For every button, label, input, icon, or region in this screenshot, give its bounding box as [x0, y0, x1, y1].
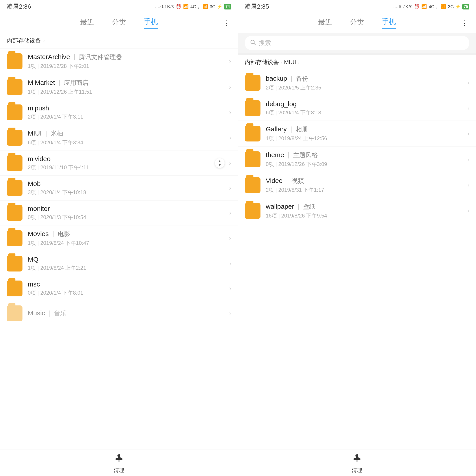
folder-icon-video	[245, 177, 260, 193]
left-tab-category[interactable]: 分类	[112, 17, 126, 29]
folder-name-mob: Mob	[28, 180, 229, 187]
chevron-icon: ›	[229, 310, 231, 317]
folder-icon-debug-log	[245, 100, 260, 116]
folder-meta-monitor: 0项 | 2020/1/3 下午10:54	[28, 214, 229, 221]
folder-name-mq: MQ	[28, 256, 229, 263]
folder-item-mimarket[interactable]: MiMarket | 应用商店 1项 | 2019/12/26 上午11:51 …	[0, 74, 238, 100]
chevron-icon: ›	[467, 207, 469, 214]
right-tab-recent[interactable]: 最近	[318, 17, 332, 29]
svg-rect-1	[117, 454, 120, 459]
folder-info-mob: Mob 3项 | 2020/1/4 下午10:18	[28, 180, 229, 196]
chevron-icon: ›	[229, 185, 231, 191]
right-bc-arrow2: ›	[298, 60, 300, 65]
folder-item-mq[interactable]: MQ 1项 | 2019/8/24 上午2:21 ›	[0, 251, 238, 276]
folder-item-music[interactable]: Music | 音乐 ›	[0, 301, 238, 326]
folder-icon-msc	[7, 281, 22, 296]
folder-name-monitor: monitor	[28, 205, 229, 212]
right-search-bar: 搜索	[238, 33, 476, 53]
folder-meta-mivideo: 2项 | 2019/11/10 下午4:11	[28, 164, 229, 171]
right-signal-icon: ⏰	[414, 4, 420, 9]
search-icon	[250, 39, 256, 47]
folder-item-backup[interactable]: backup | 备份 2项 | 2020/1/5 上午2:35 ›	[238, 70, 476, 96]
folder-icon-mivideo	[7, 155, 22, 171]
svg-rect-6	[355, 454, 358, 459]
folder-info-backup: backup | 备份 2项 | 2020/1/5 上午2:35	[266, 74, 467, 91]
left-tab-phone[interactable]: 手机	[144, 17, 158, 29]
clean-icon	[114, 452, 124, 465]
svg-line-4	[254, 43, 255, 45]
folder-icon-masterarchive	[7, 53, 22, 69]
folder-icon-mimarket	[7, 79, 22, 95]
chevron-icon: ›	[467, 79, 469, 86]
right-bc-storage: 内部存储设备	[245, 58, 279, 66]
right-tab-more[interactable]: ⋮	[461, 19, 468, 27]
right-panel: 凌晨2:35 ....6.7K/s ⏰ 📶 4G， 📶 3G ⚡ 75 最近 分…	[238, 0, 476, 476]
folder-info-mivideo: mivideo 2项 | 2019/11/10 下午4:11	[28, 155, 229, 171]
folder-name-video: Video | 视频	[266, 177, 467, 185]
right-tab-category[interactable]: 分类	[350, 17, 364, 29]
chevron-icon: ›	[229, 260, 231, 267]
folder-icon-monitor	[7, 205, 22, 221]
folder-info-monitor: monitor 0项 | 2020/1/3 下午10:54	[28, 205, 229, 221]
folder-name-mipush: mipush	[28, 104, 229, 112]
chevron-icon: ›	[467, 182, 469, 189]
folder-info-masterarchive: MasterArchive | 腾讯文件管理器 1项 | 2019/12/28 …	[28, 53, 229, 70]
folder-item-mob[interactable]: Mob 3项 | 2020/1/4 下午10:18 ›	[0, 176, 238, 201]
scroll-indicator[interactable]: ▲ ▼	[215, 158, 224, 168]
right-bc-miui: MIUI	[284, 59, 296, 66]
right-time: 凌晨2:35	[245, 2, 269, 11]
folder-icon-theme	[245, 151, 260, 167]
chevron-icon: ›	[229, 58, 231, 65]
folder-name-gallery: Gallery | 相册	[266, 125, 467, 134]
folder-meta-mimarket: 1项 | 2019/12/26 上午11:51	[28, 88, 229, 95]
left-tab-bar: 最近 分类 手机 ⋮	[0, 13, 238, 33]
folder-info-mipush: mipush 2项 | 2020/1/4 下午3:11	[28, 104, 229, 120]
right-battery: 75	[462, 4, 469, 9]
folder-item-movies[interactable]: Movies | 电影 1项 | 2019/8/24 下午10:47 ›	[0, 225, 238, 251]
folder-item-gallery[interactable]: Gallery | 相册 1项 | 2019/8/24 上午12:56 ›	[238, 121, 476, 147]
left-panel: 凌晨2:36 ....0.1K/s ⏰ 📶 4G， 📶 3G ⚡ 74 最近 分…	[0, 0, 238, 476]
right-tab-phone[interactable]: 手机	[382, 17, 396, 29]
right-status-icons: ....6.7K/s ⏰ 📶 4G， 📶 3G ⚡ 75	[393, 4, 469, 10]
folder-icon-music	[7, 306, 22, 321]
right-bottom-bar: 清理	[238, 450, 476, 476]
folder-meta-mipush: 2项 | 2020/1/4 下午3:11	[28, 113, 229, 120]
left-breadcrumb-arrow: ›	[43, 38, 45, 44]
left-tab-recent[interactable]: 最近	[80, 17, 94, 29]
folder-name-mivideo: mivideo	[28, 155, 229, 163]
folder-item-msc[interactable]: msc 0项 | 2020/1/4 下午8:01 ›	[0, 276, 238, 301]
right-breadcrumb: 内部存储设备 › MIUI ›	[238, 55, 476, 70]
left-clean-button[interactable]: 清理	[114, 452, 124, 474]
folder-name-music: Music | 音乐	[28, 309, 229, 318]
svg-rect-7	[357, 460, 357, 462]
folder-info-msc: msc 0项 | 2020/1/4 下午8:01	[28, 281, 229, 296]
folder-info-video: Video | 视频 2项 | 2019/8/31 下午1:17	[266, 177, 467, 193]
folder-meta-wallpaper: 16项 | 2019/8/26 下午9:54	[266, 212, 467, 219]
left-tab-more[interactable]: ⋮	[223, 19, 230, 27]
folder-item-mipush[interactable]: mipush 2项 | 2020/1/4 下午3:11 ›	[0, 100, 238, 125]
svg-rect-2	[119, 460, 119, 462]
folder-icon-gallery	[245, 126, 260, 141]
right-4g-icon: 📶	[421, 4, 427, 9]
folder-item-miui[interactable]: MIUI | 米柚 6项 | 2020/1/4 下午3:34 ›	[0, 125, 238, 151]
folder-info-miui: MIUI | 米柚 6项 | 2020/1/4 下午3:34	[28, 129, 229, 146]
left-3g-label: 3G ⚡	[210, 4, 222, 9]
scroll-down-icon: ▼	[218, 163, 221, 167]
folder-item-wallpaper[interactable]: wallpaper | 壁纸 16项 | 2019/8/26 下午9:54 ›	[238, 198, 476, 224]
scroll-up-icon: ▲	[218, 159, 221, 163]
left-4g-label: 4G，	[190, 4, 201, 10]
folder-name-mimarket: MiMarket | 应用商店	[28, 79, 229, 87]
folder-meta-video: 2项 | 2019/8/31 下午1:17	[266, 187, 467, 193]
folder-item-masterarchive[interactable]: MasterArchive | 腾讯文件管理器 1项 | 2019/12/28 …	[0, 49, 238, 74]
left-breadcrumb: 内部存储设备 ›	[0, 33, 238, 49]
folder-info-wallpaper: wallpaper | 壁纸 16项 | 2019/8/26 下午9:54	[266, 203, 467, 219]
folder-item-debug-log[interactable]: debug_log 6项 | 2020/1/4 下午8:18 ›	[238, 96, 476, 121]
folder-item-mivideo[interactable]: mivideo 2项 | 2019/11/10 下午4:11 › ▲ ▼	[0, 151, 238, 176]
folder-item-theme[interactable]: theme | 主题风格 0项 | 2019/12/26 下午3:09 ›	[238, 147, 476, 172]
right-clean-button[interactable]: 清理	[352, 452, 362, 474]
left-battery: 74	[224, 4, 231, 9]
search-input-wrap[interactable]: 搜索	[245, 36, 469, 50]
folder-item-video[interactable]: Video | 视频 2项 | 2019/8/31 下午1:17 ›	[238, 172, 476, 198]
folder-item-monitor[interactable]: monitor 0项 | 2020/1/3 下午10:54 ›	[0, 201, 238, 225]
right-clean-label: 清理	[352, 467, 362, 474]
